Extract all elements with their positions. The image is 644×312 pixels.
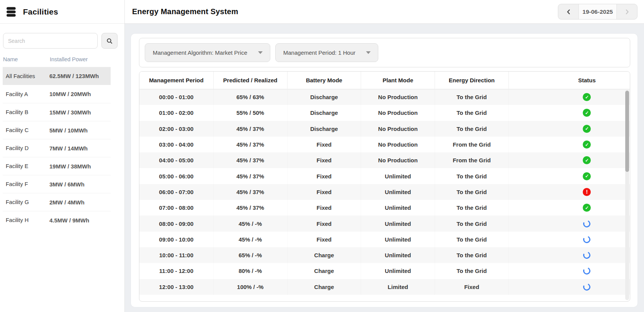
previous-day-button[interactable] <box>558 4 579 19</box>
cell-plant-mode: Unlimited <box>361 263 435 279</box>
cell-predicted-realized: 45% / 37% <box>213 121 287 137</box>
facility-name: Facility H <box>6 217 49 223</box>
facility-list-header: Name Installed Power <box>0 49 124 67</box>
cell-battery-mode: Fixed <box>287 137 361 152</box>
column-header-battery-mode: Battery Mode <box>287 72 361 89</box>
cell-period: 05:00 - 06:00 <box>139 168 213 184</box>
cell-battery-mode: Fixed <box>287 232 361 247</box>
facility-name: Facility A <box>6 91 49 97</box>
facility-row-c[interactable]: Facility C 5MW / 10MWh <box>3 121 111 139</box>
column-header-plant-mode: Plant Mode <box>361 72 435 89</box>
table-scrollbar-track[interactable] <box>625 90 629 300</box>
column-header-status: Status <box>508 72 630 89</box>
check-circle-icon <box>583 93 591 101</box>
main-area: Energy Management System 19-06-2025 <box>125 0 644 312</box>
facility-name: Facility F <box>6 181 49 187</box>
management-algorithm-label: Management Algorithm: Market Price <box>153 49 247 56</box>
table-row: 09:00 - 10:00 45% / -% Fixed Unlimited T… <box>139 232 630 247</box>
cell-predicted-realized: 55% / 50% <box>213 105 287 121</box>
cell-period: 04:00 - 05:00 <box>139 152 213 168</box>
cell-battery-mode: Discharge <box>287 105 361 121</box>
chevron-left-icon <box>565 8 572 16</box>
table-row: 00:00 - 01:00 65% / 63% Discharge No Pro… <box>139 89 630 105</box>
facility-row-d[interactable]: Facility D 7MW / 14MWh <box>3 139 111 157</box>
cell-predicted-realized: 45% / -% <box>213 232 287 247</box>
cell-period: 03:00 - 04:00 <box>139 137 213 152</box>
facility-power: 15MW / 30MWh <box>49 109 91 116</box>
cell-period: 02:00 - 03:00 <box>139 121 213 137</box>
cell-period: 09:00 - 10:00 <box>139 232 213 247</box>
search-button[interactable] <box>101 33 118 49</box>
sidebar-title: Facilities <box>23 7 58 16</box>
facility-row-e[interactable]: Facility E 19MW / 38MWh <box>3 157 111 175</box>
table-row: 12:00 - 13:00 100% / -% Charge Limited F… <box>139 279 630 295</box>
facility-row-f[interactable]: Facility F 3MW / 6MWh <box>3 175 111 193</box>
column-header-predicted-realized: Predicted / Realized <box>213 72 287 89</box>
search-input[interactable] <box>3 33 98 49</box>
check-circle-icon <box>583 140 591 149</box>
facility-power: 3MW / 6MWh <box>49 181 85 188</box>
cell-energy-direction: To the Grid <box>435 168 508 184</box>
cell-energy-direction: Fixed <box>435 279 508 295</box>
cell-status <box>508 121 630 137</box>
facility-row-all[interactable]: All Facilities 62.5MW / 123MWh <box>3 67 111 85</box>
app-root: Facilities Name Installed Power All Faci… <box>0 0 644 312</box>
management-period-dropdown[interactable]: Management Period: 1 Hour <box>275 43 378 62</box>
cell-battery-mode: Charge <box>287 263 361 279</box>
table-row: 05:00 - 06:00 45% / 37% Fixed Unlimited … <box>139 168 630 184</box>
date-display[interactable]: 19-06-2025 <box>579 4 617 19</box>
cell-status <box>508 279 630 295</box>
check-circle-icon <box>583 109 591 117</box>
facility-row-g[interactable]: Facility G 2MW / 4MWh <box>3 193 111 211</box>
cell-predicted-realized: 45% / -% <box>213 216 287 231</box>
facility-power: 19MW / 38MWh <box>49 163 91 170</box>
check-circle-icon <box>583 172 591 180</box>
cell-predicted-realized: 45% / 37% <box>213 152 287 168</box>
facility-row-b[interactable]: Facility B 15MW / 30MWh <box>3 103 111 121</box>
table-row: 01:00 - 02:00 55% / 50% Discharge No Pro… <box>139 105 630 121</box>
cell-energy-direction: To the Grid <box>435 105 508 121</box>
cell-period: 00:00 - 01:00 <box>139 89 213 105</box>
cell-energy-direction: To the Grid <box>435 200 508 216</box>
table-scrollbar-thumb[interactable] <box>625 91 629 172</box>
table-row: 06:00 - 07:00 45% / 37% Fixed Unlimited … <box>139 184 630 200</box>
chevron-right-icon <box>623 8 631 16</box>
cell-period: 07:00 - 08:00 <box>139 200 213 216</box>
cell-plant-mode: Limited <box>361 279 435 295</box>
facility-row-h[interactable]: Facility H 4.5MW / 9MWh <box>3 211 111 229</box>
spinner-icon <box>582 250 592 260</box>
sidebar-header: Facilities <box>0 0 124 24</box>
cell-status <box>508 89 630 105</box>
column-header-energy-direction: Energy Direction <box>435 72 508 89</box>
facility-name: Facility G <box>6 199 49 205</box>
schedule-table: Management Period Predicted / Realized B… <box>139 71 630 302</box>
spinner-icon <box>582 266 592 276</box>
cell-plant-mode: Unlimited <box>361 247 435 263</box>
cell-period: 11:00 - 12:00 <box>139 263 213 279</box>
facility-name: All Facilities <box>6 73 49 79</box>
cell-predicted-realized: 45% / 37% <box>213 137 287 152</box>
facilities-sidebar: Facilities Name Installed Power All Faci… <box>0 0 125 312</box>
cell-predicted-realized: 45% / 37% <box>213 200 287 216</box>
management-algorithm-dropdown[interactable]: Management Algorithm: Market Price <box>145 43 270 62</box>
check-circle-icon <box>583 156 591 164</box>
cell-period: 10:00 - 11:00 <box>139 247 213 263</box>
check-circle-icon <box>583 125 591 133</box>
table-row: 02:00 - 03:00 45% / 37% Discharge No Pro… <box>139 121 630 137</box>
cell-plant-mode: No Production <box>361 137 435 152</box>
column-header-installed-power: Installed Power <box>50 56 88 62</box>
cell-energy-direction: To the Grid <box>435 232 508 247</box>
cell-energy-direction: To the Grid <box>435 216 508 231</box>
column-header-management-period: Management Period <box>139 72 213 89</box>
facility-row-a[interactable]: Facility A 10MW / 20MWh <box>3 85 111 103</box>
facility-power: 2MW / 4MWh <box>49 199 85 206</box>
cell-energy-direction: From the Grid <box>435 152 508 168</box>
next-day-button[interactable] <box>617 4 637 19</box>
cell-battery-mode: Fixed <box>287 152 361 168</box>
spinner-icon <box>582 282 592 291</box>
cell-plant-mode: No Production <box>361 105 435 121</box>
facility-power: 7MW / 14MWh <box>49 145 88 152</box>
cell-energy-direction: To the Grid <box>435 263 508 279</box>
facility-power: 62.5MW / 123MWh <box>49 73 99 79</box>
table-row: 04:00 - 05:00 45% / 37% Fixed No Product… <box>139 152 630 168</box>
